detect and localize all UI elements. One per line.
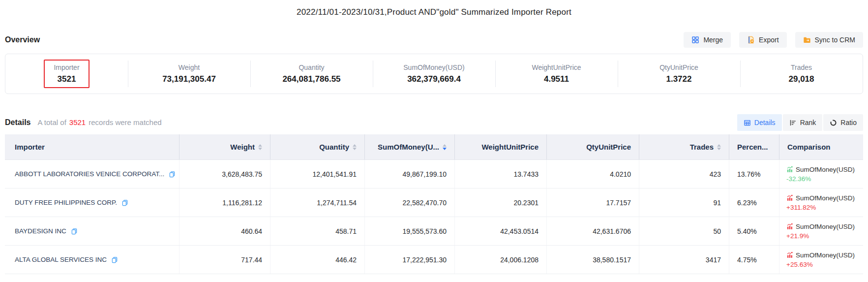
weight-cell: 1,116,281.12	[180, 188, 270, 217]
comparison-cell: SumOfMoney(USD)-32.36%	[779, 160, 863, 188]
copy-icon[interactable]	[111, 256, 118, 263]
tab-ratio[interactable]: Ratio	[823, 114, 863, 131]
summary-suffix: records were matched	[89, 118, 161, 126]
details-bar: Details A total of3521records were match…	[5, 114, 863, 131]
annotation-red-box: Importer3521	[44, 60, 89, 88]
tab-details-label: Details	[754, 119, 776, 126]
summary-prefix: A total of	[37, 118, 66, 126]
importer-name[interactable]: ABBOTT LABORATORIES VENICE CORPORAT...	[15, 170, 164, 178]
column-label: SumOfMoney(U...	[378, 143, 439, 151]
column-header-trades[interactable]: Trades	[639, 134, 729, 159]
stat-box: SumOfMoney(USD)362,379,669.4	[393, 60, 474, 88]
table-row: ABBOTT LABORATORIES VENICE CORPORAT...3,…	[5, 160, 863, 188]
stat-value: 362,379,669.4	[407, 74, 461, 84]
trades-cell: 91	[639, 188, 729, 217]
cell-value: 3,628,483.75	[222, 170, 262, 178]
stat-label: Trades	[791, 63, 812, 71]
column-header-qtyunitprice: QtyUnitPrice	[547, 134, 639, 159]
stat-box: Quantity264,081,786.55	[272, 60, 350, 88]
cell-value: 12,401,541.91	[312, 170, 357, 178]
cell-value: 717.44	[241, 256, 262, 264]
matched-count: 3521	[69, 118, 86, 126]
overview-stats: Importer3521Weight73,191,305.47Quantity2…	[5, 54, 863, 94]
weight-unit-price-cell: 13.7433	[455, 160, 547, 188]
stat-trades: Trades29,018	[740, 54, 863, 94]
cell-value: 423	[710, 170, 721, 178]
comparison-change: +21.9%	[786, 232, 809, 240]
sync-to-crm-button[interactable]: Sync to CRM	[795, 32, 863, 48]
copy-icon[interactable]	[169, 171, 176, 178]
quantity-cell: 12,401,541.91	[270, 160, 365, 188]
stat-label: Weight	[179, 63, 200, 71]
sync-to-crm-button-label: Sync to CRM	[815, 36, 855, 44]
importer-table: ImporterWeightQuantitySumOfMoney(U...Wei…	[5, 134, 863, 274]
column-label: Weight	[230, 143, 255, 151]
tab-rank[interactable]: Rank	[783, 114, 823, 131]
cell-value: 3417	[706, 256, 721, 264]
overview-header: Overview Merge Export	[5, 32, 863, 48]
importer-name[interactable]: BAYDESIGN INC	[15, 227, 66, 235]
importer-cell: ABBOTT LABORATORIES VENICE CORPORAT...	[5, 160, 180, 188]
sort-icon[interactable]	[258, 144, 262, 150]
sort-icon[interactable]	[353, 144, 357, 150]
column-label: WeightUnitPrice	[481, 143, 539, 151]
importer-name[interactable]: DUTY FREE PHILIPPINES CORP.	[15, 199, 117, 206]
cell-value: 1,116,281.12	[222, 199, 262, 207]
column-label: Quantity	[319, 143, 349, 151]
export-button[interactable]: Export	[739, 32, 786, 48]
column-label: Comparison	[787, 143, 831, 151]
cell-value: 1,274,711.54	[317, 199, 357, 207]
column-label: Importer	[15, 143, 45, 151]
copy-icon[interactable]	[121, 199, 128, 206]
sum-of-money-cell: 49,867,199.10	[365, 160, 455, 188]
table-header-row: ImporterWeightQuantitySumOfMoney(U...Wei…	[5, 134, 863, 160]
donut-icon	[830, 119, 837, 126]
details-heading: Details	[5, 118, 30, 127]
table-body: ABBOTT LABORATORIES VENICE CORPORAT...3,…	[5, 160, 863, 274]
cell-value: 4.0210	[610, 170, 631, 178]
tab-ratio-label: Ratio	[840, 119, 857, 126]
cell-value: 38,580.1517	[593, 256, 631, 264]
stat-value: 1.3722	[666, 74, 691, 84]
merge-button[interactable]: Merge	[684, 32, 731, 48]
column-header-quantity[interactable]: Quantity	[270, 134, 365, 159]
sort-icon[interactable]	[717, 144, 721, 150]
sort-icon[interactable]	[443, 144, 447, 150]
quantity-cell: 1,274,711.54	[270, 188, 365, 217]
percent-cell: 13.76%	[729, 160, 779, 188]
trend-chart-icon	[786, 251, 793, 258]
importer-name[interactable]: ALTA GLOBAL SERVICES INC	[15, 256, 107, 263]
comparison-change: +311.82%	[786, 204, 816, 211]
column-header-weight[interactable]: Weight	[180, 134, 270, 159]
table-icon	[744, 119, 751, 126]
copy-icon[interactable]	[71, 228, 78, 235]
column-label: QtyUnitPrice	[586, 143, 631, 151]
overview-heading: Overview	[5, 35, 40, 44]
importer-cell: DUTY FREE PHILIPPINES CORP.	[5, 188, 180, 217]
stat-qtyunitprice: QtyUnitPrice1.3722	[618, 54, 740, 94]
comparison-change: +25.63%	[786, 261, 813, 268]
records-summary: A total of3521records were matched	[37, 118, 161, 126]
merge-grid-icon	[691, 36, 699, 44]
stat-weightunitprice: WeightUnitPrice4.9511	[495, 54, 618, 94]
stat-weight: Weight73,191,305.47	[128, 54, 250, 94]
comparison-change: -32.36%	[786, 175, 811, 183]
comparison-cell: SumOfMoney(USD)+311.82%	[779, 188, 863, 217]
trend-chart-icon	[786, 223, 793, 230]
tab-rank-label: Rank	[800, 119, 816, 126]
tab-details[interactable]: Details	[737, 114, 782, 131]
stat-value: 3521	[58, 74, 76, 84]
rank-bars-icon	[789, 119, 797, 126]
cell-value: 460.64	[241, 227, 262, 235]
cell-value: 458.71	[335, 227, 357, 235]
weight-unit-price-cell: 24,006.1208	[455, 246, 547, 274]
column-header-sumofmoney-u[interactable]: SumOfMoney(U...	[365, 134, 455, 159]
qty-unit-price-cell: 4.0210	[547, 160, 639, 188]
column-header-percen: Percen...	[729, 134, 779, 159]
cell-value: 42,453.0514	[500, 227, 539, 235]
column-header-weightunitprice: WeightUnitPrice	[455, 134, 547, 159]
column-label: Percen...	[737, 143, 768, 151]
percent-cell: 5.40%	[729, 217, 779, 245]
trades-cell: 3417	[639, 246, 729, 274]
cell-value: 42,631.6706	[593, 227, 631, 235]
